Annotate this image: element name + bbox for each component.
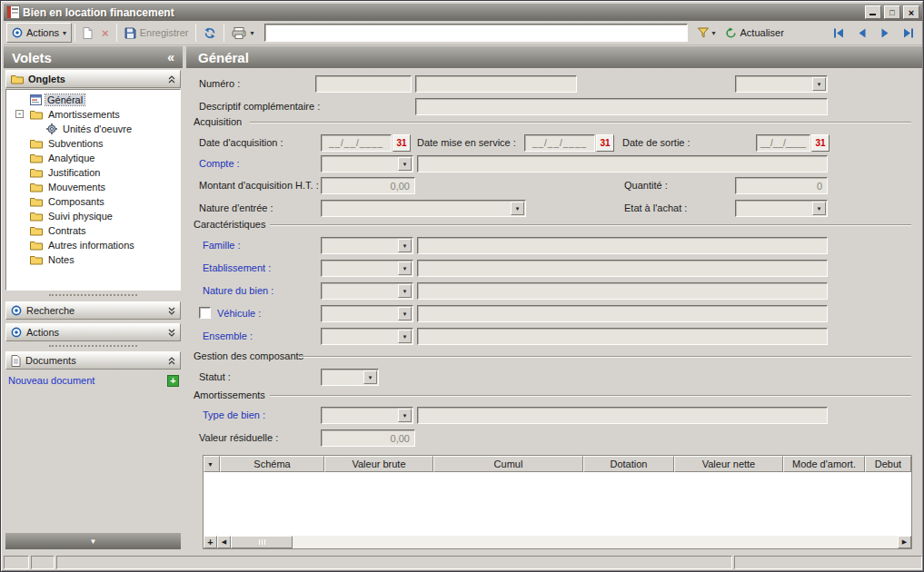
- maximize-button[interactable]: □: [884, 5, 900, 19]
- tree-item-composants[interactable]: Composants: [6, 194, 180, 209]
- tree-item-label[interactable]: Suivi physique: [46, 211, 114, 222]
- tree-item-label[interactable]: Notes: [46, 254, 76, 265]
- type-de-bien-input[interactable]: [417, 407, 828, 424]
- tree-item-mouvements[interactable]: Mouvements: [6, 180, 180, 194]
- splitter-grip[interactable]: [49, 345, 137, 347]
- delete-button[interactable]: ×: [97, 23, 114, 43]
- section-documents[interactable]: Documents: [5, 351, 181, 370]
- scroll-right-button[interactable]: ▶: [898, 536, 911, 548]
- etablissement-combo[interactable]: ▾: [321, 260, 413, 277]
- ensemble-combo[interactable]: ▾: [321, 328, 413, 345]
- numero-input[interactable]: [315, 75, 412, 93]
- date-acquisition-calendar-button[interactable]: 31: [392, 134, 411, 152]
- tree-item-label[interactable]: Unités d'oeuvre: [61, 123, 134, 134]
- nature-du-bien-input[interactable]: [417, 282, 828, 300]
- column-header-dotation[interactable]: Dotation: [583, 456, 674, 472]
- scroll-left-button[interactable]: ◀: [217, 536, 231, 548]
- type-de-bien-combo[interactable]: ▾: [321, 407, 413, 424]
- compte-label[interactable]: Compte :: [199, 158, 240, 169]
- sidebar-bottom-bar[interactable]: ▼: [5, 533, 181, 549]
- tree-collapse-toggle[interactable]: -: [15, 110, 24, 118]
- section-onglets[interactable]: Onglets: [5, 70, 181, 88]
- tree-item-notes[interactable]: Notes: [6, 252, 180, 267]
- quantite-input[interactable]: 0: [735, 177, 828, 194]
- combo-arrow-icon[interactable]: ▾: [398, 157, 412, 171]
- ensemble-input[interactable]: [417, 328, 828, 345]
- nav-previous-button[interactable]: [853, 24, 871, 42]
- combo-arrow-icon[interactable]: ▾: [398, 330, 412, 343]
- column-header-valeur-brute[interactable]: Valeur brute: [324, 456, 433, 472]
- date-sortie-input[interactable]: __/__/____: [756, 134, 810, 152]
- column-header-cumul[interactable]: Cumul: [433, 456, 583, 472]
- vehicule-label[interactable]: Véhicule :: [217, 308, 261, 319]
- type-de-bien-label[interactable]: Type de bien :: [203, 409, 265, 420]
- combo-arrow-icon[interactable]: ▾: [511, 202, 524, 215]
- vehicule-input[interactable]: [417, 305, 828, 322]
- nav-first-button[interactable]: [830, 24, 849, 42]
- combo-arrow-icon[interactable]: ▾: [812, 77, 826, 91]
- column-header-debut[interactable]: Debut: [865, 456, 911, 472]
- column-header-mode-amort[interactable]: Mode d'amort.: [783, 456, 865, 472]
- tree-item-general[interactable]: Général: [6, 93, 180, 107]
- tree-item-label[interactable]: Amortissements: [46, 109, 122, 120]
- print-button[interactable]: ▾: [227, 23, 258, 43]
- tree-item-label[interactable]: Justification: [46, 167, 102, 178]
- actions-menu-button[interactable]: Actions ▾: [6, 23, 72, 43]
- tree-item-unites-oeuvre[interactable]: Unités d'oeuvre: [6, 122, 180, 136]
- section-actions[interactable]: Actions: [5, 323, 181, 341]
- montant-acquisition-input[interactable]: 0,00: [321, 177, 415, 194]
- famille-combo[interactable]: ▾: [321, 237, 413, 254]
- ensemble-label[interactable]: Ensemble :: [203, 330, 253, 341]
- numero-secondary-input[interactable]: [415, 75, 577, 93]
- date-mise-en-service-input[interactable]: __/__/____: [524, 134, 595, 152]
- scroll-thumb[interactable]: [231, 536, 293, 548]
- refresh-button[interactable]: Actualiser: [720, 23, 789, 43]
- search-input[interactable]: [264, 24, 688, 42]
- tree-item-amortissements[interactable]: - Amortissements: [6, 107, 180, 122]
- scroll-track[interactable]: [293, 536, 898, 548]
- close-button[interactable]: ×: [903, 5, 919, 19]
- tree-item-label[interactable]: Contrats: [46, 225, 88, 236]
- column-header-schema[interactable]: Schéma: [220, 456, 324, 472]
- sync-button[interactable]: [199, 23, 221, 43]
- tree-item-autres-informations[interactable]: Autres informations: [6, 238, 180, 252]
- collapse-sidebar-button[interactable]: «: [167, 50, 174, 64]
- famille-input[interactable]: [417, 237, 828, 254]
- famille-label[interactable]: Famille :: [203, 240, 241, 251]
- compte-input[interactable]: [417, 155, 828, 173]
- nature-entree-combo[interactable]: ▾: [321, 200, 526, 217]
- minimize-button[interactable]: [865, 5, 881, 19]
- combo-arrow-icon[interactable]: ▾: [398, 284, 412, 298]
- descriptif-input[interactable]: [415, 98, 828, 115]
- tree-item-label[interactable]: Analytique: [46, 153, 96, 163]
- vehicule-combo[interactable]: ▾: [321, 305, 413, 322]
- nav-last-button[interactable]: [899, 24, 917, 42]
- tree-item-label[interactable]: Général: [45, 94, 84, 105]
- new-document-link[interactable]: Nouveau document: [8, 375, 94, 386]
- nature-du-bien-combo[interactable]: ▾: [321, 282, 413, 300]
- valeur-residuelle-input[interactable]: 0,00: [321, 429, 415, 447]
- nav-next-button[interactable]: [876, 24, 894, 42]
- tree-item-contrats[interactable]: Contrats: [6, 223, 180, 238]
- etablissement-input[interactable]: [417, 260, 828, 277]
- grid-body[interactable]: [204, 472, 911, 536]
- nature-du-bien-label[interactable]: Nature du bien :: [203, 285, 273, 296]
- grid-hscrollbar[interactable]: + ◀ ▶: [204, 536, 911, 548]
- etablissement-label[interactable]: Etablissement :: [203, 262, 271, 273]
- date-acquisition-input[interactable]: __/__/____: [321, 134, 392, 152]
- section-recherche[interactable]: Recherche: [5, 301, 181, 320]
- combo-arrow-icon[interactable]: ▾: [398, 239, 412, 252]
- tree-item-suivi-physique[interactable]: Suivi physique: [6, 209, 180, 223]
- splitter-grip[interactable]: [49, 294, 137, 296]
- grid-add-row-button[interactable]: +: [204, 536, 217, 548]
- tree-item-label[interactable]: Composants: [46, 196, 106, 207]
- tree-item-label[interactable]: Autres informations: [46, 240, 136, 251]
- vehicule-checkbox[interactable]: [199, 307, 211, 319]
- new-button[interactable]: [78, 23, 97, 43]
- numero-combo[interactable]: ▾: [735, 75, 828, 93]
- date-sortie-calendar-button[interactable]: 31: [811, 134, 830, 152]
- etat-achat-combo[interactable]: ▾: [735, 200, 828, 217]
- filter-button[interactable]: ▾: [693, 23, 720, 43]
- statut-combo[interactable]: ▾: [321, 369, 379, 386]
- column-header-valeur-nette[interactable]: Valeur nette: [674, 456, 783, 472]
